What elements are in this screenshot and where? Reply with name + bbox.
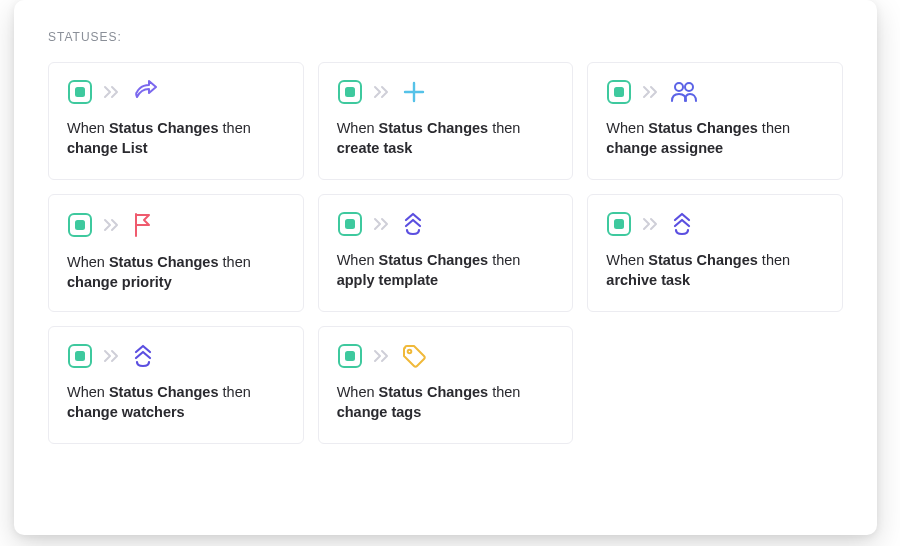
chevron-right-icon: [103, 218, 121, 232]
chevron-right-icon: [642, 217, 660, 231]
share-icon: [131, 79, 157, 105]
card-description: When Status Changes then archive task: [606, 251, 824, 290]
automation-card[interactable]: When Status Changes then change assignee: [587, 62, 843, 180]
automation-card[interactable]: When Status Changes then change priority: [48, 194, 304, 312]
chevron-right-icon: [373, 85, 391, 99]
automation-card[interactable]: When Status Changes then archive task: [587, 194, 843, 312]
card-icon-row: [337, 211, 555, 237]
status-icon: [67, 343, 93, 369]
plus-icon: [401, 79, 427, 105]
trigger-text: Status Changes: [109, 254, 219, 270]
status-icon: [606, 211, 632, 237]
action-text: create task: [337, 140, 413, 156]
card-icon-row: [606, 211, 824, 237]
trigger-text: Status Changes: [379, 384, 489, 400]
card-description: When Status Changes then change List: [67, 119, 285, 158]
card-icon-row: [337, 79, 555, 105]
card-description: When Status Changes then apply template: [337, 251, 555, 290]
automation-card[interactable]: When Status Changes then create task: [318, 62, 574, 180]
svg-rect-15: [75, 351, 85, 361]
archive-icon: [670, 211, 694, 237]
automation-panel: STATUSES: When Status Changes then chang…: [14, 0, 877, 535]
trigger-text: Status Changes: [379, 120, 489, 136]
action-text: change priority: [67, 274, 172, 290]
automation-grid: When Status Changes then change List Whe…: [48, 62, 843, 444]
status-icon: [337, 79, 363, 105]
automation-card[interactable]: When Status Changes then change List: [48, 62, 304, 180]
svg-rect-9: [75, 220, 85, 230]
automation-card[interactable]: When Status Changes then apply template: [318, 194, 574, 312]
svg-rect-11: [345, 219, 355, 229]
flag-icon: [131, 211, 155, 239]
status-icon: [67, 212, 93, 238]
card-icon-row: [67, 343, 285, 369]
trigger-text: Status Changes: [648, 120, 758, 136]
trigger-text: Status Changes: [109, 120, 219, 136]
automation-card[interactable]: When Status Changes then change tags: [318, 326, 574, 444]
svg-rect-5: [614, 87, 624, 97]
action-text: archive task: [606, 272, 690, 288]
svg-rect-1: [75, 87, 85, 97]
people-icon: [670, 80, 698, 104]
svg-rect-17: [345, 351, 355, 361]
status-icon: [337, 343, 363, 369]
card-icon-row: [337, 343, 555, 369]
chevron-right-icon: [103, 85, 121, 99]
status-icon: [337, 211, 363, 237]
chevron-right-icon: [103, 349, 121, 363]
status-icon: [606, 79, 632, 105]
chevron-right-icon: [373, 349, 391, 363]
trigger-text: Status Changes: [648, 252, 758, 268]
svg-rect-13: [614, 219, 624, 229]
section-label: STATUSES:: [48, 30, 843, 44]
action-text: change List: [67, 140, 148, 156]
tag-icon: [401, 343, 427, 369]
svg-point-6: [675, 83, 683, 91]
automation-card[interactable]: When Status Changes then change watchers: [48, 326, 304, 444]
card-description: When Status Changes then change assignee: [606, 119, 824, 158]
archive-icon: [401, 211, 425, 237]
card-description: When Status Changes then create task: [337, 119, 555, 158]
action-text: change tags: [337, 404, 422, 420]
card-description: When Status Changes then change priority: [67, 253, 285, 292]
trigger-text: Status Changes: [379, 252, 489, 268]
action-text: change watchers: [67, 404, 185, 420]
svg-point-7: [685, 83, 693, 91]
action-text: apply template: [337, 272, 439, 288]
svg-rect-3: [345, 87, 355, 97]
card-icon-row: [67, 211, 285, 239]
card-description: When Status Changes then change watchers: [67, 383, 285, 422]
card-icon-row: [606, 79, 824, 105]
action-text: change assignee: [606, 140, 723, 156]
archive-icon: [131, 343, 155, 369]
svg-point-18: [407, 350, 411, 354]
trigger-text: Status Changes: [109, 384, 219, 400]
chevron-right-icon: [642, 85, 660, 99]
card-icon-row: [67, 79, 285, 105]
card-description: When Status Changes then change tags: [337, 383, 555, 422]
chevron-right-icon: [373, 217, 391, 231]
status-icon: [67, 79, 93, 105]
